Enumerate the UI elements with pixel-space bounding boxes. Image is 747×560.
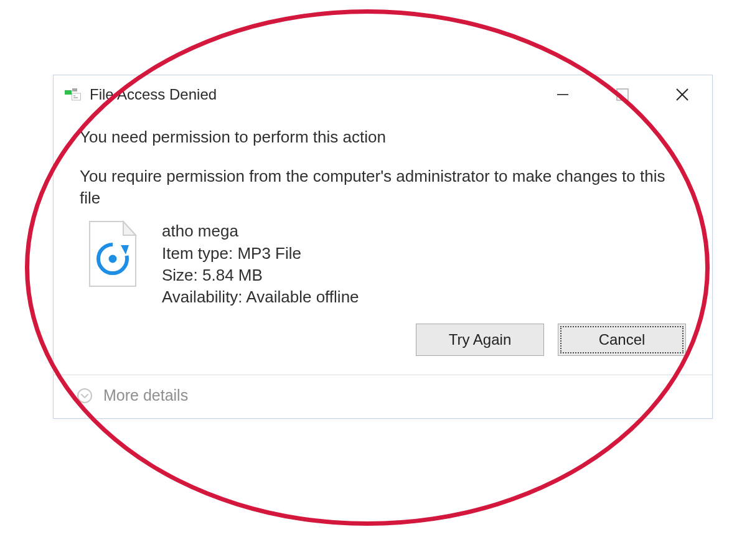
svg-rect-6 xyxy=(617,89,628,100)
svg-point-11 xyxy=(78,389,92,403)
cancel-button[interactable]: Cancel xyxy=(558,324,686,356)
svg-rect-1 xyxy=(72,88,77,91)
file-info-row: atho mega Item type: MP3 File Size: 5.84… xyxy=(80,220,686,307)
svg-rect-3 xyxy=(73,95,75,96)
dialog-body: You need permission to perform this acti… xyxy=(54,114,712,307)
file-access-denied-dialog: File Access Denied xyxy=(53,75,713,419)
maximize-button[interactable] xyxy=(593,75,652,114)
svg-rect-4 xyxy=(73,97,78,98)
file-availability: Availability: Available offline xyxy=(162,286,359,307)
svg-rect-0 xyxy=(65,90,72,95)
dialog-description: You require permission from the computer… xyxy=(80,166,686,209)
dialog-heading: You need permission to perform this acti… xyxy=(80,128,686,147)
svg-rect-2 xyxy=(72,93,81,100)
more-details-label: More details xyxy=(103,386,188,404)
dialog-buttons: Try Again Cancel xyxy=(54,324,712,375)
file-metadata: atho mega Item type: MP3 File Size: 5.84… xyxy=(162,220,359,307)
maximize-icon xyxy=(616,88,629,101)
app-icon xyxy=(65,88,82,101)
file-item-type: Item type: MP3 File xyxy=(162,243,359,264)
chevron-down-icon xyxy=(76,387,93,404)
minimize-icon xyxy=(555,87,570,102)
try-again-button[interactable]: Try Again xyxy=(416,324,544,356)
close-icon xyxy=(674,86,690,103)
close-button[interactable] xyxy=(652,75,712,114)
file-name: atho mega xyxy=(162,220,359,241)
svg-point-10 xyxy=(109,255,117,263)
dialog-title: File Access Denied xyxy=(90,86,533,103)
titlebar: File Access Denied xyxy=(54,75,712,114)
window-controls xyxy=(533,75,712,114)
minimize-button[interactable] xyxy=(533,75,593,114)
more-details-row[interactable]: More details xyxy=(54,375,712,418)
file-type-icon xyxy=(85,220,141,291)
file-size: Size: 5.84 MB xyxy=(162,264,359,286)
